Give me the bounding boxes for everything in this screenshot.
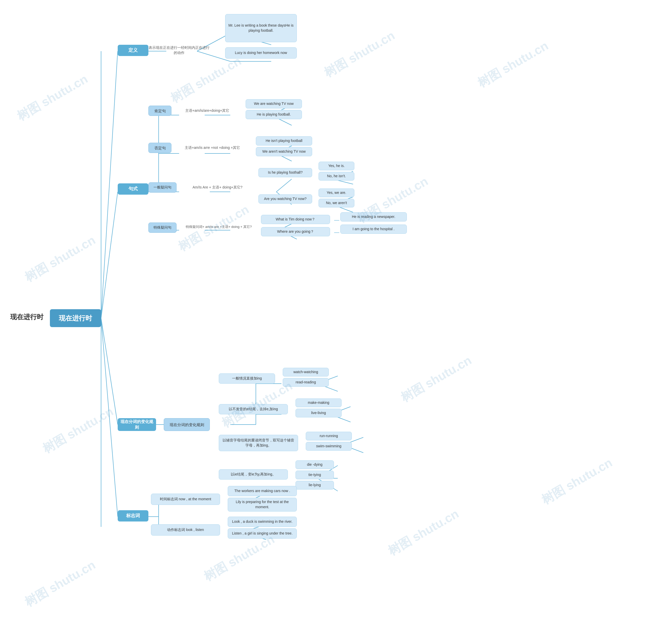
action-ex2: Listen , a girl is singing under the tre… [228,528,297,538]
l1-bianhua-label: 现在分词的变化规则 [120,419,154,431]
action-ex1-text: Look , a duck is swimming in the river. [232,519,292,524]
rule2-label: 以不发音的e结尾，去掉e,加ing [219,404,288,414]
fouding-label-text: 否定句 [154,145,166,151]
rule2-label-text: 以不发音的e结尾，去掉e,加ing [229,407,278,412]
teshu-q2: Where are you going？ [261,227,330,236]
yiban-a1b: No, he isn't. [319,172,354,181]
rule3-ex2: swim-swimming [306,442,352,451]
action-label: 动作标志词 look , listen [151,524,220,535]
yiban-a1a: Yes, he is. [319,162,354,170]
rule4-ex3: lie-lying [295,481,334,489]
kending-ex1-text: We are watching TV now [254,101,293,107]
fouding-ex2: We aren't watching TV now [256,147,312,156]
yiban-a1a-text: Yes, he is. [328,163,345,168]
svg-line-3 [101,318,118,516]
rule1-ex2: read-reading [283,378,329,387]
svg-line-1 [101,192,118,318]
svg-line-23 [276,179,292,192]
rule4-label-text: 以ie结尾，变ie为y,再加ing。 [231,472,276,477]
yiban-label-text: 一般疑问句 [154,185,172,190]
kending-node: 肯定句 [149,106,172,116]
rule4-ex2-text: tie-tying [308,473,321,478]
yiban-formula: Am/Is Are + 主语+ doing+其它? [182,182,253,192]
bianhua-main-text: 现在分词的变化规则 [170,422,204,428]
time-ex1: The workers are making cars now . [228,486,297,496]
kending-formula-text: 主语+am/is/are+doing+其它 [185,108,229,113]
rule2-ex1: make-making [295,398,342,407]
kending-label-text: 肯定句 [154,108,166,114]
kending-ex2: He is playing football. [246,110,302,119]
yiban-a1b-text: No, he isn't. [327,174,346,179]
yiban-a2a: Yes, we are. [319,188,354,197]
rule4-ex1-text: die -dying [307,462,323,467]
fouding-ex1-text: He isn't playing football [266,138,302,143]
kending-formula: 主语+am/is/are+doing+其它 [177,106,238,116]
teshu-q2-text: Where are you going？ [277,229,314,234]
rule1-label: 一般情况直接加ing [219,373,275,384]
level1-jushi: 句式 [118,183,149,194]
dingyi-ex2-text: Lucy is doing her homework now [235,50,287,55]
rule4-ex1: die -dying [295,460,334,469]
fouding-ex1: He isn't playing football [256,136,312,145]
rule4-ex3-text: lie-lying [309,483,321,488]
rule2-ex1-text: make-making [308,400,329,406]
rule4-ex2: tie-tying [295,470,334,479]
kending-ex1: We are watching TV now [246,99,302,109]
rule3-ex1-text: run-running [320,434,338,439]
time-label-text: 时间标志词 now , at the moment [160,497,211,502]
yiban-q1: Is he playing foothall? [258,168,312,177]
rule1-ex1: watch-watching [283,368,329,376]
teshu-node: 特殊疑问句 [149,223,177,233]
fouding-formula-text: 主语+am/is arre +not +doing +其它 [185,145,240,151]
rule1-ex1-text: watch-watching [293,370,318,375]
teshu-label-text: 特殊疑问句 [154,225,172,230]
title-text: 现在进行时 [10,312,44,321]
yiban-q2-text: Are you watching TV now? [264,197,307,202]
dingyi-ex1: Mr. Lee is writing a book these daysHe i… [225,14,297,42]
level1-bianhua: 现在分词的变化规则 [118,418,156,431]
dingyi-desc-text: 表示现在正在进行一经时间内正在进行的动作 [149,45,210,55]
teshu-q1-text: What is Tim doing now？ [276,217,315,222]
rule1-label-text: 一般情况直接加ing [232,376,262,381]
yiban-q1-text: Is he playing foothall? [268,170,302,175]
fouding-node: 否定句 [149,143,172,153]
yiban-q2: Are you watching TV now? [258,194,312,204]
teshu-a1-text: He is reading a newspaper. [352,214,395,220]
level1-biaozhi: 标志词 [118,510,149,522]
teshu-a1: He is reading a newspaper. [340,212,407,222]
time-ex2: Lily is preparing for the test at the mo… [228,498,297,511]
bianhua-main: 现在分词的变化规则 [164,418,210,431]
action-ex1: Look , a duck is swimming in the river. [228,516,297,527]
title-left: 现在进行时 [8,311,46,323]
level1-dingyi: 定义 [118,45,149,56]
teshu-a2: I am going to the hospital . [340,225,407,234]
dingyi-ex1-text: Mr. Lee is writing a book these daysHe i… [228,23,294,33]
rule3-ex1: run-running [306,432,352,440]
yiban-node: 一般疑问句 [149,182,177,192]
fouding-formula: 主语+am/is arre +not +doing +其它 [177,143,248,153]
kending-ex2-text: He is playing football. [257,112,291,117]
teshu-q1: What is Tim doing now？ [261,215,330,224]
rule3-label-text: 以辅音字母结尾的重读闭音节，双写这个辅音字母，再加ing。 [222,438,295,448]
svg-line-2 [101,318,118,424]
root-label: 现在进行时 [59,314,92,323]
svg-line-0 [101,51,118,318]
dingyi-desc: 表示现在正在进行一经时间内正在进行的动作 [146,45,212,56]
l1-biaozhi-label: 标志词 [126,512,140,519]
rule1-ex2-text: read-reading [295,380,316,385]
rule3-ex2-text: swim-swimming [316,444,342,449]
fouding-ex2-text: We aren't watching TV now [262,149,306,154]
time-ex1-text: The workers are making cars now . [234,488,290,493]
yiban-a2a-text: Yes, we are. [327,190,346,196]
time-ex2-text: Lily is preparing for the test at the mo… [230,500,294,509]
action-label-text: 动作标志词 look , listen [167,527,204,532]
rule3-label: 以辅音字母结尾的重读闭音节，双写这个辅音字母，再加ing。 [219,435,298,451]
rule2-ex2-text: live-living [311,411,326,416]
teshu-a2-text: I am going to the hospital . [353,227,394,232]
rule2-ex2: live-living [295,409,342,417]
yiban-a2b-text: No, we aren't [326,201,347,206]
rule4-label: 以ie结尾，变ie为y,再加ing。 [219,469,288,480]
time-label: 时间标志词 now , at the moment [151,493,220,505]
yiban-a2b: No, we aren't [319,199,354,207]
teshu-formula-text: 特殊疑问词+ am/is are +主语+ doing + 其它? [186,225,252,229]
